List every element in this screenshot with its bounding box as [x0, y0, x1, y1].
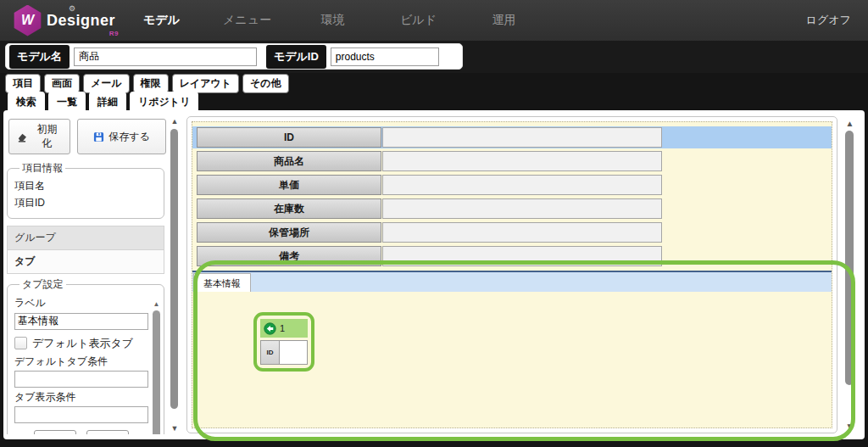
field-row-id[interactable]: ID: [192, 126, 832, 148]
tab-settings-scrollbar: ▲: [152, 300, 161, 434]
nav-item-environment[interactable]: 環境: [290, 13, 376, 28]
tab-screens[interactable]: 画面: [44, 74, 80, 93]
logo-gear-icon: ⚙: [69, 4, 76, 13]
dragged-field-preview: ID: [260, 340, 308, 365]
initialize-icon: [17, 131, 28, 142]
model-name-input[interactable]: [74, 47, 257, 66]
drop-indicator-cell: 1: [260, 319, 308, 338]
tab-permissions[interactable]: 権限: [133, 74, 169, 93]
item-name-caption: 項目名: [14, 177, 157, 194]
logo-wordmark: Designer ⚙ R9: [47, 12, 115, 30]
top-navigation-bar: W Designer ⚙ R9 モデル メニュー 環境 ビルド 運用 ログオフ: [0, 0, 868, 41]
field-row-unit-price[interactable]: 単価: [192, 174, 832, 196]
default-tab-checkrow: デフォルト表示タブ: [14, 336, 148, 351]
item-info-fieldset: 項目情報 項目名 項目ID: [7, 161, 164, 219]
sidebar-button-row: 初期化 保存する: [8, 119, 166, 154]
tab-items[interactable]: 項目: [5, 74, 41, 93]
tab-settings-legend: タブ設定: [19, 277, 66, 292]
field-label: 保管場所: [197, 222, 381, 243]
delete-button[interactable]: 削除: [86, 430, 129, 435]
default-tab-checkbox[interactable]: [14, 337, 27, 349]
tab-display-condition-caption: タブ表示条件: [14, 390, 148, 405]
accordion-tab-section[interactable]: タブ: [7, 249, 164, 274]
save-button[interactable]: 保存する: [77, 119, 166, 154]
field-rows: ID 商品名 単価 在庫数 保管場所: [192, 122, 832, 267]
scroll-up-icon[interactable]: ▲: [168, 117, 181, 126]
canvas-scrollbar: ▲ ▼: [843, 117, 857, 433]
model-bar: モデル名 モデルID: [0, 41, 868, 73]
add-button[interactable]: 追加: [34, 430, 76, 435]
field-input-preview: [382, 151, 662, 171]
main-panel: 初期化 保存する 項目情報 項目名 項目ID グループ タブ タブ設定 ラベル: [3, 110, 865, 439]
field-input-preview: [382, 175, 662, 195]
nav-item-build[interactable]: ビルド: [376, 13, 461, 28]
scroll-down-icon[interactable]: ▼: [843, 422, 857, 431]
field-input-preview: [382, 198, 662, 219]
default-tab-checkbox-label: デフォルト表示タブ: [32, 336, 133, 351]
tab-container-strip: 基本情報: [192, 271, 832, 292]
field-input-preview: [382, 246, 662, 266]
field-row-stock[interactable]: 在庫数: [192, 198, 832, 220]
primary-tab-row: 項目 画面 メール 権限 レイアウト その他: [5, 74, 289, 93]
drop-arrow-icon: [264, 322, 276, 335]
logo-hexagon-icon: W: [14, 5, 42, 36]
scroll-up-icon[interactable]: ▲: [152, 300, 161, 309]
scrollbar-thumb[interactable]: [170, 129, 178, 409]
app-logo: W Designer ⚙ R9: [14, 5, 115, 36]
model-name-label: モデル名: [9, 45, 70, 69]
field-input-preview: [382, 222, 662, 243]
sidebar-scrollbar: ▲ ▼: [168, 115, 181, 434]
tab-settings-fieldset: タブ設定 ラベル デフォルト表示タブ デフォルトタブ条件 タブ表示条件 追加 削…: [7, 277, 164, 434]
tab-container-body: 1 ID: [192, 292, 832, 427]
label-caption: ラベル: [14, 296, 148, 310]
tab-settings-buttons: 追加 削除: [14, 430, 148, 435]
main-menu: モデル メニュー 環境 ビルド 運用: [119, 0, 547, 41]
drop-index-label: 1: [280, 323, 285, 333]
properties-sidebar: 初期化 保存する 項目情報 項目名 項目ID グループ タブ タブ設定 ラベル: [7, 115, 166, 434]
item-info-legend: 項目情報: [19, 161, 65, 176]
field-label: 単価: [197, 175, 381, 195]
drag-widget[interactable]: 1 ID: [253, 312, 314, 372]
tab-label-input[interactable]: [14, 313, 148, 330]
accordion-group-section[interactable]: グループ: [7, 226, 164, 249]
tab-layout[interactable]: レイアウト: [172, 74, 239, 93]
logoff-link[interactable]: ログオフ: [806, 0, 851, 41]
model-box: モデル名 モデルID: [5, 43, 463, 70]
field-row-product-name[interactable]: 商品名: [192, 150, 832, 172]
nav-item-operation[interactable]: 運用: [461, 13, 547, 28]
tab-mail[interactable]: メール: [83, 74, 130, 93]
scroll-up-icon[interactable]: ▲: [843, 119, 857, 128]
canvas-form-area: ID 商品名 単価 在庫数 保管場所: [192, 121, 832, 428]
default-tab-condition-caption: デフォルトタブ条件: [14, 355, 148, 369]
nav-item-model[interactable]: モデル: [119, 13, 204, 28]
scroll-down-icon[interactable]: ▼: [168, 424, 181, 433]
design-canvas: ID 商品名 単価 在庫数 保管場所: [186, 116, 837, 433]
field-label: ID: [197, 127, 381, 148]
scrollbar-thumb[interactable]: [153, 310, 160, 434]
item-id-caption: 項目ID: [14, 194, 157, 211]
default-tab-condition-input[interactable]: [14, 371, 148, 388]
field-row-storage-location[interactable]: 保管場所: [192, 221, 832, 243]
field-label: 商品名: [197, 151, 381, 171]
field-label: 備考: [197, 246, 381, 266]
model-id-input[interactable]: [331, 47, 439, 66]
scrollbar-thumb[interactable]: [845, 131, 854, 385]
logo-version-badge: R9: [109, 30, 119, 37]
tab-other[interactable]: その他: [242, 74, 289, 93]
dragged-field-label: ID: [261, 341, 280, 364]
tab-display-condition-input[interactable]: [14, 406, 148, 423]
field-input-preview: [382, 127, 662, 148]
nav-item-menu[interactable]: メニュー: [204, 13, 290, 28]
save-icon: [93, 131, 104, 142]
model-id-label: モデルID: [266, 45, 326, 69]
field-label: 在庫数: [197, 198, 381, 219]
field-row-remarks[interactable]: 備考: [192, 245, 832, 267]
initialize-button[interactable]: 初期化: [8, 119, 70, 154]
